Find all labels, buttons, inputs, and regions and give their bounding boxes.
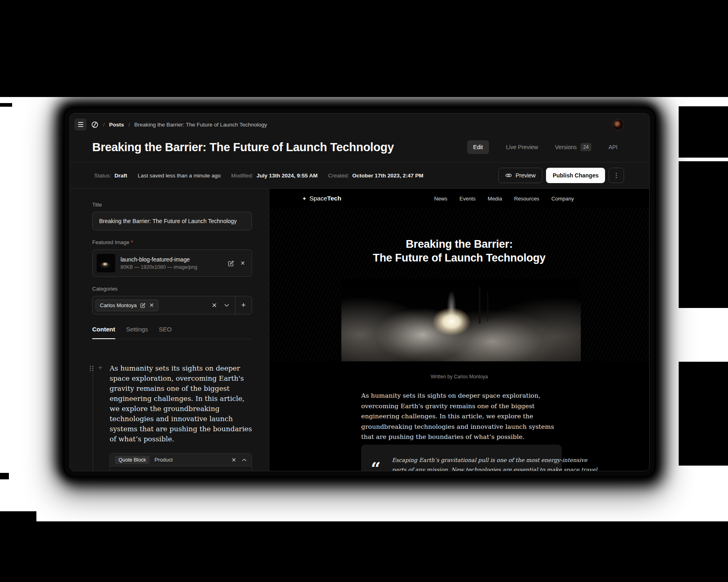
quote-block-body[interactable]: + Escaping Earth’s gravitational pull is… xyxy=(110,466,252,471)
featured-image-meta: 80KB — 1920x1080 — image/png xyxy=(121,264,197,270)
block-type-pill: Quote Block xyxy=(115,456,150,464)
star-icon: ✦ xyxy=(302,196,307,202)
nav-item-events[interactable]: Events xyxy=(459,196,476,202)
title-row: Breaking the Barrier: The Future of Laun… xyxy=(70,135,649,162)
app-window: / Posts / Breaking the Barrier: The Futu… xyxy=(65,108,654,476)
editor-paragraph[interactable]: As humanity sets its sights on deeper sp… xyxy=(110,363,254,444)
chevron-down-icon[interactable] xyxy=(220,304,233,307)
nav-item-media[interactable]: Media xyxy=(488,196,502,202)
block-name-label: Product xyxy=(154,457,173,463)
tab-settings[interactable]: Settings xyxy=(126,326,148,339)
preview-quote-card: “ Escaping Earth’s gravitational pull is… xyxy=(361,445,562,471)
block-guide-line xyxy=(93,365,93,471)
created-label: Created: xyxy=(328,173,349,179)
brand-suffix: Tech xyxy=(327,195,341,202)
quote-mark-icon: “ xyxy=(371,461,381,471)
preview-byline: Written by Carlos Montoya xyxy=(269,374,649,380)
status-value: Draft xyxy=(114,173,127,179)
richtext-editor[interactable]: + As humanity sets its sights on deeper … xyxy=(92,363,252,471)
app-logo-icon[interactable] xyxy=(91,121,99,129)
live-preview-panel: ✦ SpaceTech News Events Media Resources … xyxy=(269,189,649,471)
frame-bar-left-2 xyxy=(0,473,9,479)
page-title: Breaking the Barrier: The Future of Laun… xyxy=(92,141,394,154)
remove-block-icon[interactable]: ✕ xyxy=(231,457,236,463)
breadcrumb-posts-link[interactable]: Posts xyxy=(109,122,124,128)
editor-panel: Title Featured Image * launch-blog-featu… xyxy=(70,189,269,471)
tab-live-preview[interactable]: Live Preview xyxy=(506,144,538,150)
page-canvas: / Posts / Breaking the Barrier: The Futu… xyxy=(0,0,728,582)
publish-changes-button[interactable]: Publish Changes xyxy=(546,168,605,183)
featured-image-filename[interactable]: launch-blog-featured-image xyxy=(121,256,197,263)
category-chip-label: Carlos Montoya xyxy=(100,302,137,308)
clear-select-icon[interactable]: ✕ xyxy=(208,302,220,309)
avatar[interactable] xyxy=(612,119,624,131)
preview-nav: News Events Media Resources Company xyxy=(434,196,574,202)
tab-seo[interactable]: SEO xyxy=(159,326,172,339)
featured-image-card: launch-blog-featured-image 80KB — 1920x1… xyxy=(92,249,252,277)
brand-prefix: Space xyxy=(309,195,327,202)
title-field-label: Title xyxy=(92,202,252,208)
preview-button[interactable]: Preview xyxy=(498,168,543,183)
tab-edit[interactable]: Edit xyxy=(467,140,489,154)
preview-article-title: Breaking the Barrier: The Future of Laun… xyxy=(269,237,649,265)
category-chip[interactable]: Carlos Montoya ✕ xyxy=(95,299,159,311)
preview-paragraph: As humanity sets its sights on deeper sp… xyxy=(361,391,565,443)
preview-button-label: Preview xyxy=(516,172,536,179)
remove-category-icon[interactable]: ✕ xyxy=(149,302,154,308)
frame-bar-left-3 xyxy=(0,511,36,521)
app-header: / Posts / Breaking the Barrier: The Futu… xyxy=(70,114,649,135)
add-block-icon[interactable]: + xyxy=(98,364,102,372)
frame-bar-right-2 xyxy=(679,161,728,308)
frame-bar-right-1 xyxy=(679,106,728,158)
required-asterisk: * xyxy=(131,239,133,245)
modified-value: July 13th 2024, 9:55 AM xyxy=(256,173,317,179)
edit-image-icon[interactable] xyxy=(228,260,234,266)
edit-category-icon[interactable] xyxy=(140,303,146,308)
tab-versions[interactable]: Versions 24 xyxy=(555,143,591,151)
breadcrumb-current: Breaking the Barrier: The Future of Laun… xyxy=(134,122,267,128)
tab-content[interactable]: Content xyxy=(92,326,115,339)
hero-launch-image xyxy=(341,278,581,361)
preview-site-header: ✦ SpaceTech News Events Media Resources … xyxy=(302,189,574,208)
featured-image-thumbnail[interactable] xyxy=(97,254,115,272)
featured-image-label: Featured Image * xyxy=(92,239,252,245)
frame-bar-left-1 xyxy=(0,103,12,107)
frame-bar-bottom xyxy=(0,521,728,582)
categories-select[interactable]: Carlos Montoya ✕ ✕ xyxy=(92,296,252,314)
more-options-button[interactable]: ⋮ xyxy=(609,168,624,183)
quote-block-header[interactable]: Quote Block Product ✕ xyxy=(110,453,252,466)
add-category-button[interactable]: + xyxy=(235,296,252,314)
publish-button-label: Publish Changes xyxy=(552,172,599,179)
categories-label: Categories xyxy=(92,286,252,292)
brand-logo[interactable]: ✦ SpaceTech xyxy=(302,195,341,202)
view-tabs: Edit Live Preview Versions 24 API xyxy=(467,140,618,154)
editor-tabs: Content Settings SEO xyxy=(92,326,252,339)
menu-icon[interactable] xyxy=(74,118,87,131)
breadcrumb-separator: / xyxy=(128,122,130,128)
versions-count-badge: 24 xyxy=(580,143,591,151)
main-content: Title Featured Image * launch-blog-featu… xyxy=(70,189,649,471)
last-saved-text: Last saved less than a minute ago xyxy=(138,173,221,179)
tab-versions-label: Versions xyxy=(555,144,577,150)
quote-block-card: Quote Block Product ✕ xyxy=(110,453,252,471)
modified-label: Modified: xyxy=(231,173,253,179)
drag-handle-icon[interactable] xyxy=(90,366,94,371)
frame-bar-top xyxy=(0,0,728,97)
link-icon xyxy=(505,173,512,178)
collapse-block-icon[interactable] xyxy=(242,458,247,462)
breadcrumb-separator: / xyxy=(103,122,105,128)
app-panel: / Posts / Breaking the Barrier: The Futu… xyxy=(70,113,650,471)
nav-item-resources[interactable]: Resources xyxy=(514,196,539,202)
status-label: Status: xyxy=(94,173,111,179)
frame-bar-right-3 xyxy=(679,362,728,466)
kebab-icon: ⋮ xyxy=(614,172,620,179)
nav-item-news[interactable]: News xyxy=(434,196,448,202)
created-value: October 17th 2023, 2:47 PM xyxy=(352,173,423,179)
status-bar: Status: Draft Last saved less than a min… xyxy=(70,162,649,189)
remove-image-icon[interactable]: ✕ xyxy=(240,260,245,266)
nav-item-company[interactable]: Company xyxy=(551,196,574,202)
action-buttons: Preview Publish Changes ⋮ xyxy=(498,168,624,183)
tab-api[interactable]: API xyxy=(608,144,618,150)
title-input[interactable] xyxy=(92,212,252,230)
